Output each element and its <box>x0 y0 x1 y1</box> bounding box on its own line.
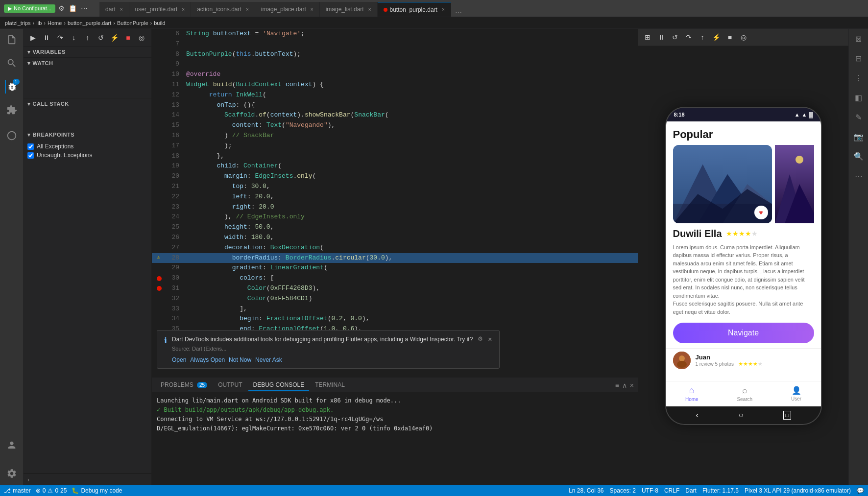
debug-console-tab[interactable]: DEBUG CONSOLE <box>248 379 310 391</box>
language-item[interactable]: Dart <box>685 487 697 494</box>
more-right-icon[interactable]: ⋯ <box>853 170 865 182</box>
breadcrumb-item[interactable]: platzi_trips <box>5 20 31 26</box>
close-icon[interactable]: × <box>246 7 249 12</box>
back-icon[interactable]: ↑ <box>697 32 708 43</box>
zoom-fit-icon[interactable]: ⊞ <box>642 32 653 43</box>
pencil-icon[interactable]: ✎ <box>853 111 865 123</box>
tab-button-purple[interactable]: button_purple.dart × <box>378 2 451 17</box>
tab-user-profile[interactable]: user_profile.dart × <box>129 2 192 17</box>
errors-item[interactable]: ⊗ 0 ⚠ 0 25 <box>36 487 67 494</box>
breadcrumb-item[interactable]: button_purple.dart <box>68 20 111 26</box>
close-icon[interactable]: × <box>311 7 313 12</box>
notification-gear-icon[interactable]: ⚙ <box>478 335 483 342</box>
activity-extensions[interactable] <box>5 103 19 117</box>
back-phone-icon[interactable]: ‹ <box>696 411 698 420</box>
close-icon[interactable]: × <box>120 7 123 12</box>
device-item[interactable]: Pixel 3 XL API 29 (android-x86 emulator) <box>745 487 851 494</box>
activity-git[interactable] <box>5 129 19 142</box>
heart-button[interactable]: ♥ <box>754 206 768 219</box>
never-ask-button[interactable]: Never Ask <box>255 356 282 363</box>
settings-icon[interactable]: ⚙ <box>58 4 65 12</box>
recents-phone-icon[interactable]: □ <box>783 411 791 420</box>
feedback-icon[interactable]: 💬 <box>857 487 864 494</box>
layers-icon[interactable]: ◧ <box>853 92 865 103</box>
expand-button[interactable]: › <box>24 473 151 485</box>
more-icon[interactable]: ⋯ <box>81 4 88 12</box>
close-terminal-icon[interactable]: × <box>630 381 634 389</box>
home-phone-icon[interactable]: ○ <box>739 411 744 420</box>
layout-icon-r[interactable]: ⊠ <box>853 33 865 45</box>
branch-item[interactable]: ⎇ master <box>4 487 31 494</box>
restart-button[interactable]: ↺ <box>96 32 106 43</box>
output-tab[interactable]: OUTPUT <box>213 379 247 391</box>
close-icon[interactable]: × <box>442 7 445 12</box>
tab-label: image_list.dart <box>326 6 364 13</box>
open-button[interactable]: Open <box>172 356 186 363</box>
columns-icon[interactable]: ⋮ <box>853 72 865 84</box>
refresh-icon[interactable]: ↺ <box>670 32 680 43</box>
not-now-button[interactable]: Not Now <box>229 356 251 363</box>
step-into-button[interactable]: ↓ <box>69 32 79 43</box>
activity-settings[interactable] <box>5 467 19 480</box>
all-exceptions-checkbox[interactable] <box>27 143 34 150</box>
close-icon[interactable]: × <box>182 7 185 12</box>
flutter-item[interactable]: Flutter: 1.17.5 <box>702 487 739 494</box>
step-out-button[interactable]: ↑ <box>83 32 93 43</box>
hot-reload-button[interactable]: ⚡ <box>110 32 120 43</box>
split-icon[interactable]: ⊟ <box>853 52 865 64</box>
variables-header[interactable]: ▾ VARIABLES <box>24 47 151 57</box>
tab-image-list[interactable]: image_list.dart × <box>320 2 378 17</box>
app-image-left[interactable]: ♥ <box>673 145 772 223</box>
tab-image-place[interactable]: image_place.dart × <box>255 2 320 17</box>
activity-debug[interactable]: 1 <box>5 80 19 94</box>
continue-button[interactable]: ▶ <box>28 32 38 43</box>
breadcrumb-item[interactable]: build <box>154 20 165 26</box>
navigate-button[interactable]: Navigate <box>673 323 814 343</box>
list-view-icon[interactable]: ≡ <box>615 381 619 389</box>
pause-button[interactable]: ⏸ <box>42 32 52 43</box>
problems-tab[interactable]: PROBLEMS 25 <box>156 379 212 391</box>
uncaught-exceptions-checkbox[interactable] <box>27 152 34 159</box>
forward-icon[interactable]: ↷ <box>683 32 694 43</box>
line-ending-item[interactable]: CRLF <box>664 487 679 494</box>
lightning-icon[interactable]: ⚡ <box>711 32 722 43</box>
terminal-tab[interactable]: TERMINAL <box>310 379 350 391</box>
breadcrumb-item[interactable]: Home <box>48 20 62 26</box>
more-tabs-icon[interactable]: ⋯ <box>455 9 462 17</box>
breakpoint-item[interactable]: All Exceptions <box>24 142 151 151</box>
app-image-right[interactable] <box>775 145 814 223</box>
nav-search[interactable]: ⌕ Search <box>737 385 752 402</box>
code-editor[interactable]: 6 String buttonText = 'Navigate'; 7 8 Bu… <box>152 29 638 378</box>
zoom-icon[interactable]: 🔍 <box>853 150 865 162</box>
pause-right-icon[interactable]: ⏸ <box>656 32 667 43</box>
callstack-header[interactable]: ▾ CALL STACK <box>24 98 151 109</box>
breakpoints-header[interactable]: ▾ BREAKPOINTS <box>24 129 151 140</box>
stop-button[interactable]: ■ <box>123 32 133 43</box>
breadcrumb-item[interactable]: lib <box>36 20 42 26</box>
inspect-right-icon[interactable]: ◎ <box>738 32 749 43</box>
debug-item[interactable]: 🐛 Debug my code <box>72 487 122 494</box>
breadcrumb-item[interactable]: ButtonPurple <box>117 20 148 26</box>
watch-header[interactable]: ▾ WATCH <box>24 58 151 69</box>
spaces-item[interactable]: Spaces: 2 <box>610 487 636 494</box>
notification-close-icon[interactable]: × <box>488 335 492 343</box>
chevron-up-icon[interactable]: ∧ <box>622 381 627 389</box>
activity-files[interactable] <box>5 33 19 47</box>
nav-home[interactable]: ⌂ Home <box>685 385 699 402</box>
encoding-item[interactable]: UTF-8 <box>642 487 658 494</box>
tab-action-icons[interactable]: action_icons.dart × <box>191 2 255 17</box>
stop-right-icon[interactable]: ■ <box>724 32 735 43</box>
close-icon[interactable]: × <box>368 7 371 12</box>
tab-dart[interactable]: dart × <box>99 2 129 17</box>
breakpoint-item[interactable]: Uncaught Exceptions <box>24 151 151 160</box>
nav-user[interactable]: 👤 User <box>791 386 801 402</box>
activity-search[interactable] <box>5 56 19 70</box>
always-open-button[interactable]: Always Open <box>190 356 225 363</box>
inspect-button[interactable]: ◎ <box>137 32 146 43</box>
activity-account[interactable] <box>5 438 19 452</box>
line-col-item[interactable]: Ln 28, Col 36 <box>569 487 603 494</box>
camera-icon[interactable]: 📷 <box>853 131 865 142</box>
run-button[interactable]: ▶ No Configurat... <box>4 4 55 13</box>
step-over-button[interactable]: ↷ <box>55 32 65 43</box>
layout-icon[interactable]: 📋 <box>69 4 77 12</box>
